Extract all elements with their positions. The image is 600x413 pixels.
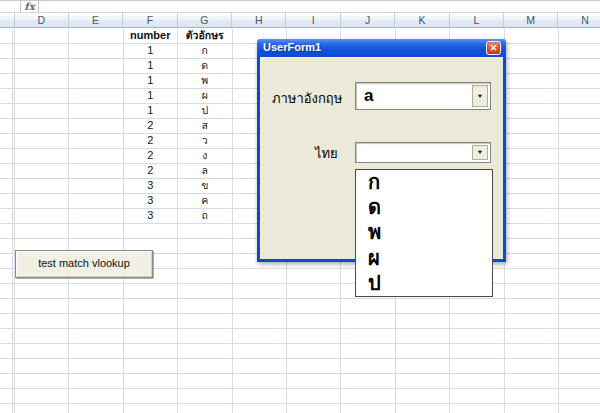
table-row: 1 พ xyxy=(123,73,233,88)
column-header[interactable]: G xyxy=(178,13,232,27)
cell-char[interactable]: ส xyxy=(178,118,233,133)
cell-number[interactable]: 1 xyxy=(123,58,178,73)
dropdown-list-item[interactable]: พ xyxy=(356,220,492,245)
label-english-language: ภาษาอังกฤษ xyxy=(272,88,342,109)
chevron-down-icon: ▼ xyxy=(477,150,484,156)
dropdown-list-item[interactable]: ป xyxy=(356,271,492,296)
cell-char[interactable]: ก xyxy=(178,43,233,58)
table-row: 2 ว xyxy=(123,133,233,148)
cell-number[interactable]: 1 xyxy=(123,88,178,103)
cell-number[interactable]: 2 xyxy=(123,163,178,178)
combo-thai-dropdown-list: ก ด พ ผ ป xyxy=(355,169,493,297)
table-row: 3 ข xyxy=(123,178,233,193)
table-row: 3 ค xyxy=(123,193,233,208)
cell-number[interactable]: 2 xyxy=(123,133,178,148)
column-header[interactable]: L xyxy=(450,13,504,27)
cell-number[interactable]: 1 xyxy=(123,43,178,58)
table-header-row: number ตัวอักษร xyxy=(123,28,233,43)
cell-char[interactable]: ง xyxy=(178,148,233,163)
cell-number[interactable]: 1 xyxy=(123,103,178,118)
close-icon[interactable]: ✕ xyxy=(486,41,501,55)
cell-number[interactable]: 3 xyxy=(123,208,178,223)
dropdown-list-item[interactable]: ก xyxy=(356,170,492,195)
userform-titlebar[interactable]: UserForm1 ✕ xyxy=(257,39,506,57)
table-row: 1 ด xyxy=(123,58,233,73)
cell-number[interactable]: 1 xyxy=(123,73,178,88)
combo-english[interactable]: a ▼ xyxy=(355,82,491,110)
table-row: 1 ก xyxy=(123,43,233,58)
cell-char[interactable]: ด xyxy=(178,58,233,73)
cell-char[interactable]: ข xyxy=(178,178,233,193)
column-header[interactable]: N xyxy=(558,13,600,27)
formula-bar: fx xyxy=(0,0,600,13)
label-thai-language: ไทย xyxy=(315,143,338,164)
table-row: 3 ถ xyxy=(123,208,233,223)
cell-number[interactable]: 3 xyxy=(123,178,178,193)
name-box-divider xyxy=(20,1,21,12)
table-row: 1 ป xyxy=(123,103,233,118)
column-header[interactable]: H xyxy=(232,13,286,27)
insert-function-icon[interactable]: fx xyxy=(22,1,37,12)
cell-char[interactable]: พ xyxy=(178,73,233,88)
lookup-table: number ตัวอักษร 1 ก 1 ด 1 พ xyxy=(123,28,233,223)
combo-thai-value xyxy=(364,143,470,162)
column-header[interactable]: F xyxy=(123,13,177,27)
column-header[interactable]: D xyxy=(15,13,69,27)
combo-english-value: a xyxy=(364,83,470,109)
dropdown-list-item[interactable]: ด xyxy=(356,195,492,220)
cell-char[interactable]: ถ xyxy=(178,208,233,223)
cell-number[interactable]: 3 xyxy=(123,193,178,208)
column-header[interactable]: E xyxy=(69,13,123,27)
cell-number[interactable]: 2 xyxy=(123,148,178,163)
table-header-number[interactable]: number xyxy=(123,28,178,43)
test-match-vlookup-button[interactable]: test match vlookup xyxy=(15,250,153,278)
column-header[interactable]: K xyxy=(395,13,449,27)
cell-char[interactable]: ค xyxy=(178,193,233,208)
cell-number[interactable]: 2 xyxy=(123,118,178,133)
column-header[interactable]: I xyxy=(286,13,340,27)
column-header[interactable]: J xyxy=(341,13,395,27)
column-header[interactable]: M xyxy=(504,13,558,27)
combo-english-dropdown-button[interactable]: ▼ xyxy=(472,85,488,107)
combo-thai[interactable]: ▼ xyxy=(355,142,491,163)
chevron-down-icon: ▼ xyxy=(477,93,484,99)
column-header-stub xyxy=(0,13,15,27)
table-row: 2 ล xyxy=(123,163,233,178)
dropdown-list-item[interactable]: ผ xyxy=(356,246,492,271)
formula-input[interactable] xyxy=(39,1,600,12)
cell-char[interactable]: ล xyxy=(178,163,233,178)
cell-char[interactable]: ป xyxy=(178,103,233,118)
combo-thai-dropdown-button[interactable]: ▼ xyxy=(472,145,488,160)
table-row: 2 ส xyxy=(123,118,233,133)
cell-char[interactable]: ผ xyxy=(178,88,233,103)
table-header-char[interactable]: ตัวอักษร xyxy=(178,28,233,43)
table-row: 2 ง xyxy=(123,148,233,163)
table-row: 1 ผ xyxy=(123,88,233,103)
cell-char[interactable]: ว xyxy=(178,133,233,148)
column-header-row: D E F G H I J K L M N xyxy=(0,13,600,28)
excel-window: fx D E F G H I J K L xyxy=(0,0,600,413)
userform-title: UserForm1 xyxy=(263,41,321,53)
